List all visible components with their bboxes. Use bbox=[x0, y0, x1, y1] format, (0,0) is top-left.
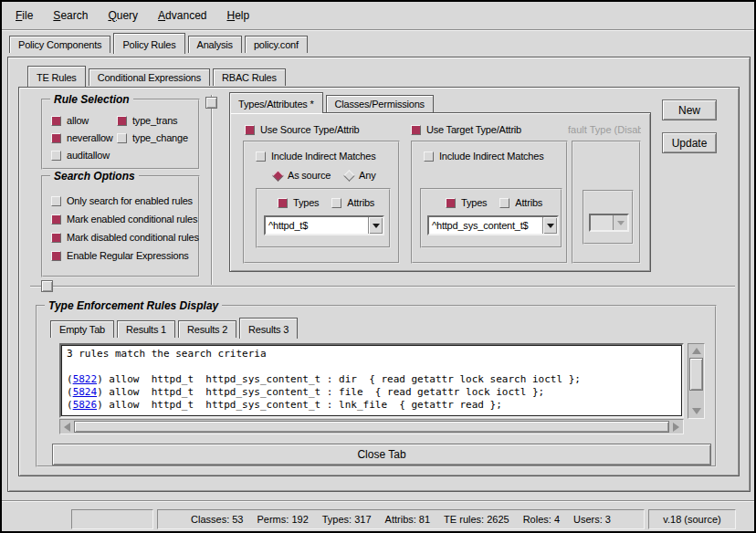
default-type-inner-frame bbox=[583, 190, 634, 245]
default-type-frame bbox=[572, 141, 641, 264]
checkbox-indicator bbox=[51, 233, 61, 243]
te-rules-display-title: Type Enforcement Rules Display bbox=[45, 299, 222, 312]
vertical-scrollbar-thumb[interactable] bbox=[689, 358, 703, 391]
rule-id-link[interactable]: 5826 bbox=[73, 399, 98, 411]
target-type-combobox[interactable]: ^httpd_sys_content_t$ bbox=[427, 215, 559, 235]
rule-id-link[interactable]: 5822 bbox=[73, 373, 98, 385]
new-button[interactable]: New bbox=[662, 99, 717, 120]
tab-types-attributes[interactable]: Types/Attributes * bbox=[229, 92, 323, 113]
tab-results-1[interactable]: Results 1 bbox=[117, 320, 175, 338]
scroll-right-icon[interactable] bbox=[669, 420, 683, 434]
results-text-area[interactable]: 3 rules match the search criteria (5822)… bbox=[59, 343, 684, 418]
combobox-dropdown-button[interactable] bbox=[368, 217, 383, 234]
te-rules-page: Rule Selection allowtype_transneverallow… bbox=[18, 87, 740, 476]
rule-selection-title: Rule Selection bbox=[50, 93, 133, 106]
scroll-up-icon[interactable] bbox=[689, 344, 703, 358]
radio-indicator bbox=[272, 170, 284, 182]
statusbar-stats: Classes: 53Perms: 192Types: 317Attribs: … bbox=[157, 509, 645, 529]
status-classes: Classes: 53 bbox=[191, 514, 243, 525]
status-types: Types: 317 bbox=[322, 514, 372, 525]
checkbox-type-change[interactable]: type_change bbox=[117, 132, 188, 143]
statusbar-empty-box bbox=[71, 509, 153, 529]
vertical-sash-line bbox=[211, 95, 213, 285]
target-types-attribs-frame: Types Attribs ^httpd_sys_content_t$ bbox=[420, 188, 562, 248]
tab-classes-permissions[interactable]: Classes/Permissions bbox=[326, 95, 434, 112]
scroll-down-icon[interactable] bbox=[689, 404, 703, 418]
tab-policy-components[interactable]: Policy Components bbox=[9, 36, 110, 53]
checkbox-only-search-for-enabled-rules[interactable]: Only search for enabled rules bbox=[51, 195, 199, 206]
status-roles: Roles: 4 bbox=[523, 514, 560, 525]
app-window: FileSearchQueryAdvancedHelp Policy Compo… bbox=[0, 0, 756, 533]
checkbox-indicator bbox=[446, 198, 456, 208]
target-type-value[interactable]: ^httpd_sys_content_t$ bbox=[429, 219, 542, 232]
tab-te-rules[interactable]: TE Rules bbox=[27, 66, 86, 87]
statusbar-divider bbox=[2, 500, 754, 502]
checkbox-enable-regular-expressions[interactable]: Enable Regular Expressions bbox=[51, 250, 199, 261]
horizontal-scrollbar-thumb[interactable] bbox=[74, 421, 669, 433]
menubar-divider bbox=[2, 29, 754, 31]
checkbox-source-types[interactable]: Types bbox=[278, 197, 319, 208]
checkbox-mark-disabled-conditional-rules[interactable]: Mark disabled conditional rules bbox=[51, 232, 199, 243]
menu-file[interactable]: File bbox=[5, 6, 43, 25]
menu-query[interactable]: Query bbox=[98, 6, 148, 25]
radio-as-source[interactable]: As source bbox=[274, 170, 331, 181]
checkbox-auditallow[interactable]: auditallow bbox=[51, 150, 117, 161]
horizontal-sash-handle[interactable] bbox=[41, 280, 53, 292]
tab-rbac-rules[interactable]: RBAC Rules bbox=[213, 68, 286, 86]
checkbox-indicator bbox=[117, 116, 127, 126]
checkbox-indicator bbox=[499, 198, 509, 208]
checkbox-include-indirect-source[interactable]: Include Indirect Matches bbox=[256, 151, 375, 162]
checkbox-allow[interactable]: allow bbox=[51, 115, 117, 126]
menu-search[interactable]: Search bbox=[43, 6, 98, 25]
checkbox-indicator bbox=[51, 214, 61, 225]
horizontal-scrollbar[interactable] bbox=[59, 419, 684, 434]
combobox-dropdown-button[interactable] bbox=[542, 217, 557, 234]
checkbox-label: allow bbox=[67, 115, 89, 126]
checkbox-label: type_change bbox=[132, 132, 188, 143]
checkbox-mark-enabled-conditional-rules[interactable]: Mark enabled conditional rules bbox=[51, 214, 199, 225]
status-perms: Perms: 192 bbox=[257, 514, 309, 525]
status-users: Users: 3 bbox=[573, 514, 611, 525]
checkbox-indicator bbox=[411, 125, 421, 135]
close-tab-button[interactable]: Close Tab bbox=[52, 444, 711, 465]
checkbox-label: type_trans bbox=[132, 115, 177, 126]
tab-empty-tab[interactable]: Empty Tab bbox=[50, 320, 114, 338]
checkbox-indicator bbox=[51, 133, 61, 143]
source-type-value[interactable]: ^httpd_t$ bbox=[266, 219, 368, 232]
rule-id-link[interactable]: 5824 bbox=[73, 386, 98, 398]
checkbox-use-source-type-attrib[interactable]: Use Source Type/Attrib bbox=[245, 124, 360, 135]
vertical-sash-handle[interactable] bbox=[205, 97, 217, 109]
update-button[interactable]: Update bbox=[662, 132, 717, 153]
chevron-down-icon bbox=[617, 221, 625, 225]
checkbox-label: Mark disabled conditional rules bbox=[67, 232, 199, 243]
rule-selection-checkboxes: allowtype_transneverallowtype_changeaudi… bbox=[51, 115, 188, 161]
tab-policy-conf[interactable]: policy.conf bbox=[245, 36, 308, 53]
statusbar-version: v.18 (source) bbox=[648, 509, 736, 529]
menu-help[interactable]: Help bbox=[216, 6, 259, 25]
checkbox-use-target-type-attrib[interactable]: Use Target Type/Attrib bbox=[411, 124, 521, 135]
radio-any[interactable]: Any bbox=[345, 170, 375, 181]
checkbox-indicator bbox=[331, 198, 341, 208]
status-attribs: Attribs: 81 bbox=[385, 514, 431, 525]
tab-conditional-expressions[interactable]: Conditional Expressions bbox=[89, 68, 210, 86]
checkbox-neverallow[interactable]: neverallow bbox=[51, 132, 117, 143]
tab-policy-rules[interactable]: Policy Rules bbox=[113, 33, 184, 54]
checkbox-target-types[interactable]: Types bbox=[446, 197, 487, 208]
tab-results-3[interactable]: Results 3 bbox=[239, 318, 298, 339]
vertical-scrollbar[interactable] bbox=[688, 343, 705, 419]
combobox-dropdown-button bbox=[613, 215, 627, 230]
search-options-checkboxes: Only search for enabled rulesMark enable… bbox=[51, 195, 199, 261]
menu-advanced[interactable]: Advanced bbox=[148, 6, 216, 25]
tab-results-2[interactable]: Results 2 bbox=[178, 320, 236, 338]
checkbox-source-attribs[interactable]: Attribs bbox=[331, 197, 374, 208]
tab-analysis[interactable]: Analysis bbox=[188, 36, 242, 53]
checkbox-label: auditallow bbox=[67, 150, 110, 161]
checkbox-indicator bbox=[278, 198, 288, 208]
checkbox-type-trans[interactable]: type_trans bbox=[117, 115, 188, 126]
checkbox-include-indirect-target[interactable]: Include Indirect Matches bbox=[424, 151, 543, 162]
checkbox-target-attribs[interactable]: Attribs bbox=[499, 197, 542, 208]
radio-indicator bbox=[343, 170, 355, 182]
source-type-combobox[interactable]: ^httpd_t$ bbox=[264, 215, 384, 235]
checkbox-indicator bbox=[51, 196, 61, 206]
scroll-left-icon[interactable] bbox=[60, 420, 74, 434]
